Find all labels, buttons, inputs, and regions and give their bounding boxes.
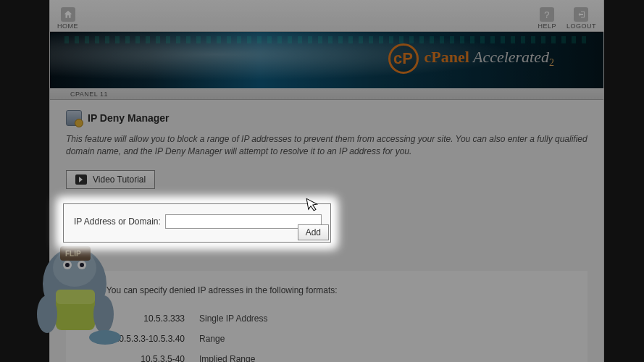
format-desc: Implied Range <box>192 349 275 362</box>
highlight-region: IP Address or Domain: Add <box>63 203 331 243</box>
help-label: HELP <box>538 22 556 30</box>
format-example: 10.5.3.3-10.5.3.40 <box>98 329 192 349</box>
format-example: 10.5.3.5-40 <box>98 349 192 362</box>
home-label: HOME <box>57 22 78 30</box>
brand-tag: Accelerated <box>473 48 549 66</box>
header-banner: cP cPanel Accelerated2 <box>50 32 603 88</box>
brand-text: cPanel Accelerated2 <box>425 48 555 69</box>
ip-field-label: IP Address or Domain: <box>74 216 161 227</box>
brand-sub: 2 <box>549 58 554 69</box>
formats-panel: Note: You can specify denied IP adresses… <box>66 271 587 362</box>
home-icon <box>61 7 75 22</box>
help-button[interactable]: ? HELP <box>538 7 556 30</box>
table-row: 10.5.3.333Single IP Address <box>98 308 275 329</box>
add-ip-form: IP Address or Domain: Add <box>63 203 331 243</box>
help-icon: ? <box>540 7 554 22</box>
table-row: 10.5.3.5-40Implied Range <box>98 349 275 362</box>
home-button[interactable]: HOME <box>57 7 78 30</box>
logout-label: LOGOUT <box>566 22 596 30</box>
formats-table: 10.5.3.333Single IP Address 10.5.3.3-10.… <box>98 308 275 362</box>
video-tutorial-label: Video Tutorial <box>93 174 146 185</box>
video-tutorial-button[interactable]: Video Tutorial <box>66 170 155 189</box>
page-title-row: IP Deny Manager <box>66 110 587 126</box>
formats-note: Note: You can specify denied IP adresses… <box>83 285 573 295</box>
logout-icon <box>574 7 588 22</box>
table-row: 10.5.3.3-10.5.3.40Range <box>98 329 275 349</box>
format-desc: Single IP Address <box>192 308 275 329</box>
page-title: IP Deny Manager <box>88 112 170 124</box>
add-button[interactable]: Add <box>298 224 329 240</box>
video-icon <box>75 174 87 185</box>
breadcrumb: CPANEL 11 <box>50 88 603 100</box>
breadcrumb-text: CPANEL 11 <box>70 90 108 98</box>
cpanel-logo-icon: cP <box>388 43 419 74</box>
ip-deny-icon <box>66 110 82 126</box>
brand-block: cP cPanel Accelerated2 <box>388 43 555 74</box>
brand-name: cPanel <box>425 48 469 66</box>
top-toolbar: HOME ? HELP LOGOUT <box>50 0 603 32</box>
format-example: 10.5.3.333 <box>98 308 192 329</box>
page-container: HOME ? HELP LOGOUT cP cPanel Accelerated… <box>49 0 604 362</box>
logout-button[interactable]: LOGOUT <box>566 7 596 30</box>
add-button-label: Add <box>306 227 321 237</box>
format-desc: Range <box>192 329 275 349</box>
feature-description: This feature will allow you to block a r… <box>66 133 587 159</box>
